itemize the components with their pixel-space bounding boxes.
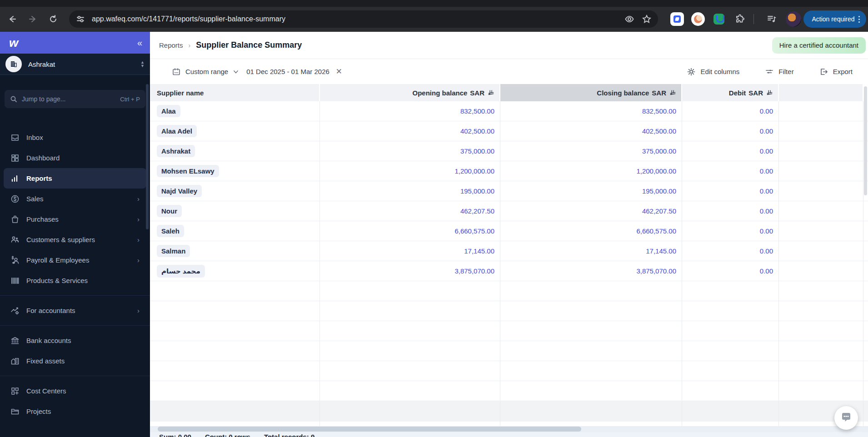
table-row[interactable]: Alaa Adel 402,500.00 402,500.00 0.00 xyxy=(150,121,868,141)
chevron-down-icon[interactable] xyxy=(233,69,239,75)
column-header-opening-balance[interactable]: Opening balance SAR xyxy=(320,84,500,101)
supplier-name[interactable]: Alaa Adel xyxy=(157,125,197,137)
breadcrumb-reports[interactable]: Reports xyxy=(159,41,183,49)
vertical-scrollbar-thumb[interactable] xyxy=(864,86,867,195)
table-row[interactable]: Alaa 832,500.00 832,500.00 0.00 xyxy=(150,101,868,121)
sidebar-item-bank-accounts[interactable]: Bank accounts xyxy=(4,330,146,351)
extension-icon-blue[interactable] xyxy=(670,12,684,26)
sidebar-collapse-button[interactable]: « xyxy=(137,38,141,48)
sidebar-item-for-accountants[interactable]: For accountants › xyxy=(4,300,146,321)
opening-balance-value[interactable]: 3,875,070.00 xyxy=(320,261,500,281)
closing-balance-value[interactable]: 832,500.00 xyxy=(500,101,682,121)
table-row[interactable]: Ashrakat 375,000.00 375,000.00 0.00 xyxy=(150,141,868,161)
site-settings-icon[interactable] xyxy=(75,14,85,24)
sidebar-item-payroll-employees[interactable]: Payroll & Employees › xyxy=(4,250,146,270)
browser-reload-button[interactable] xyxy=(45,11,61,27)
extension-icon-green[interactable] xyxy=(712,12,726,26)
extension-icon-assistant[interactable] xyxy=(691,12,705,26)
sidebar-item-fixed-assets[interactable]: Fixed assets xyxy=(4,351,146,371)
sidebar-item-reports[interactable]: Reports xyxy=(4,168,146,189)
browser-back-button[interactable] xyxy=(4,11,20,27)
bookmark-star-icon[interactable] xyxy=(642,14,652,24)
workspace-selector[interactable]: Ashrakat ▲▼ xyxy=(0,54,150,75)
filter-button[interactable]: Filter xyxy=(765,67,793,76)
column-header-supplier-name[interactable]: Supplier name xyxy=(150,84,320,101)
sidebar-item-products-services[interactable]: Products & Services xyxy=(4,270,146,291)
edit-columns-button[interactable]: Edit columns xyxy=(687,67,739,76)
column-header-debit[interactable]: Debit SAR xyxy=(682,84,779,101)
browser-forward-button[interactable] xyxy=(25,11,41,27)
debit-value[interactable]: 0.00 xyxy=(682,201,779,221)
closing-balance-value[interactable]: 402,500.00 xyxy=(500,121,682,141)
debit-value[interactable]: 0.00 xyxy=(682,101,779,121)
sidebar-item-cost-centers[interactable]: Cost Centers xyxy=(4,381,146,401)
debit-value[interactable]: 0.00 xyxy=(682,181,779,201)
supplier-name[interactable]: محمد حسام xyxy=(157,265,205,278)
debit-value[interactable]: 0.00 xyxy=(682,161,779,181)
sidebar-item-projects[interactable]: Projects xyxy=(4,401,146,422)
supplier-name[interactable]: Salman xyxy=(157,245,190,257)
table-row[interactable]: Mohsen ELsawy 1,200,000.00 1,200,000.00 … xyxy=(150,161,868,181)
horizontal-scrollbar-track[interactable] xyxy=(150,426,868,432)
kebab-menu-icon[interactable] xyxy=(858,16,860,23)
action-required-button[interactable]: Action required xyxy=(803,10,866,28)
sidebar-scrollbar[interactable] xyxy=(146,84,149,229)
url-text[interactable]: app.wafeq.com/c/141771/reports/supplier-… xyxy=(92,15,285,23)
url-bar[interactable]: app.wafeq.com/c/141771/reports/supplier-… xyxy=(69,10,658,28)
opening-balance-value[interactable]: 375,000.00 xyxy=(320,141,500,161)
date-range-type[interactable]: Custom range xyxy=(185,68,228,75)
closing-balance-value[interactable]: 6,660,575.00 xyxy=(500,221,682,241)
opening-balance-value[interactable]: 832,500.00 xyxy=(320,101,500,121)
browser-tab-strip xyxy=(0,0,868,7)
supplier-name[interactable]: Mohsen ELsawy xyxy=(157,165,219,177)
closing-balance-value[interactable]: 17,145.00 xyxy=(500,241,682,261)
date-range-value[interactable]: 01 Dec 2025 - 01 Mar 2026 xyxy=(246,68,329,75)
jump-to-page-search[interactable]: Jump to page... Ctrl + P xyxy=(5,90,145,108)
supplier-name[interactable]: Najd Valley xyxy=(157,185,202,197)
opening-balance-value[interactable]: 1,200,000.00 xyxy=(320,161,500,181)
debit-value[interactable]: 0.00 xyxy=(682,261,779,281)
filler-cell xyxy=(779,141,863,161)
sidebar-item-customers-suppliers[interactable]: Customers & suppliers › xyxy=(4,229,146,250)
opening-balance-value[interactable]: 462,207.50 xyxy=(320,201,500,221)
supplier-name[interactable]: Alaa xyxy=(157,105,180,117)
opening-balance-value[interactable]: 17,145.00 xyxy=(320,241,500,261)
clear-date-range-icon[interactable]: ✕ xyxy=(336,67,342,76)
closing-balance-value[interactable]: 462,207.50 xyxy=(500,201,682,221)
extensions-puzzle-icon[interactable] xyxy=(733,12,747,26)
filter-icon xyxy=(765,67,774,76)
closing-balance-value[interactable]: 195,000.00 xyxy=(500,181,682,201)
sidebar-item-dashboard[interactable]: Dashboard xyxy=(4,148,146,168)
horizontal-scrollbar-thumb[interactable] xyxy=(158,427,581,432)
media-list-icon[interactable] xyxy=(765,12,778,26)
opening-balance-value[interactable]: 195,000.00 xyxy=(320,181,500,201)
sidebar-item-inbox[interactable]: Inbox xyxy=(4,127,146,148)
eye-icon[interactable] xyxy=(624,14,634,24)
table-row[interactable]: Nour 462,207.50 462,207.50 0.00 xyxy=(150,201,868,221)
debit-value[interactable]: 0.00 xyxy=(682,221,779,241)
closing-balance-value[interactable]: 1,200,000.00 xyxy=(500,161,682,181)
opening-balance-value[interactable]: 6,660,575.00 xyxy=(320,221,500,241)
table-row[interactable]: Najd Valley 195,000.00 195,000.00 0.00 xyxy=(150,181,868,201)
hire-accountant-button[interactable]: Hire a certified accountant xyxy=(772,37,866,54)
column-header-closing-balance[interactable]: Closing balance SAR xyxy=(500,84,682,101)
supplier-name[interactable]: Saleh xyxy=(157,225,184,237)
closing-balance-value[interactable]: 3,875,070.00 xyxy=(500,261,682,281)
currency-label: SAR xyxy=(470,89,484,97)
supplier-name[interactable]: Nour xyxy=(157,205,182,217)
opening-balance-value[interactable]: 402,500.00 xyxy=(320,121,500,141)
export-button[interactable]: Export xyxy=(819,67,853,76)
debit-value[interactable]: 0.00 xyxy=(682,141,779,161)
sidebar-item-sales[interactable]: Sales › xyxy=(4,189,146,209)
browser-profile-avatar[interactable] xyxy=(786,11,801,27)
chat-widget-button[interactable] xyxy=(834,406,858,430)
closing-balance-value[interactable]: 375,000.00 xyxy=(500,141,682,161)
workspace-switch-icon[interactable]: ▲▼ xyxy=(140,60,145,68)
debit-value[interactable]: 0.00 xyxy=(682,121,779,141)
table-row[interactable]: Salman 17,145.00 17,145.00 0.00 xyxy=(150,241,868,261)
sidebar-item-purchases[interactable]: Purchases › xyxy=(4,209,146,229)
debit-value[interactable]: 0.00 xyxy=(682,241,779,261)
supplier-name[interactable]: Ashrakat xyxy=(157,145,195,157)
table-row[interactable]: محمد حسام 3,875,070.00 3,875,070.00 0.00 xyxy=(150,261,868,281)
table-row[interactable]: Saleh 6,660,575.00 6,660,575.00 0.00 xyxy=(150,221,868,241)
